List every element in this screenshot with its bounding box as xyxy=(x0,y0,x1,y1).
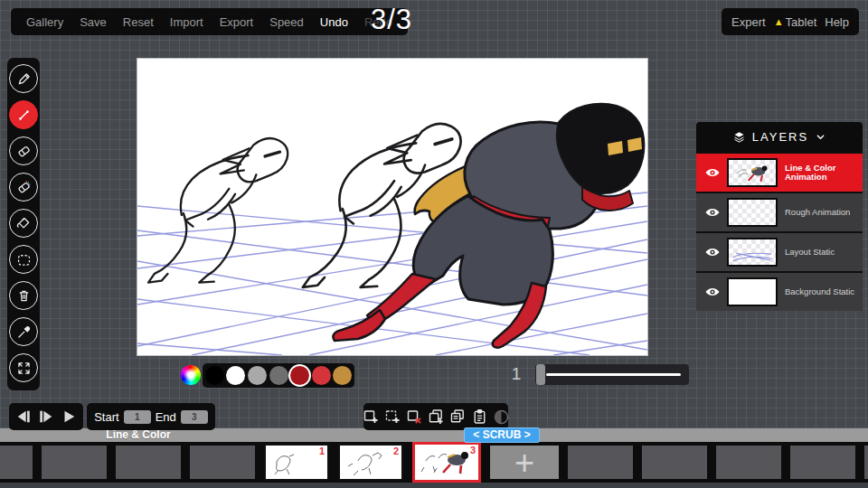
layers-title: LAYERS xyxy=(752,130,808,144)
start-frame-input[interactable]: 1 xyxy=(124,410,151,424)
visibility-eye-icon[interactable] xyxy=(704,164,721,181)
layer-row-rough[interactable]: Rough Animation xyxy=(696,192,863,231)
menu-import[interactable]: Import xyxy=(162,15,212,29)
empty-frame-cell xyxy=(0,446,33,479)
layer-thumb-art xyxy=(729,160,776,185)
select-tool[interactable] xyxy=(9,245,38,274)
layer-row-background[interactable]: Background Static xyxy=(696,271,863,311)
color-swatches xyxy=(203,363,354,388)
bottom-strip xyxy=(0,483,868,488)
visibility-eye-icon[interactable] xyxy=(704,284,721,300)
tablet-label: Tablet xyxy=(786,15,817,29)
visibility-eye-icon[interactable] xyxy=(704,244,721,260)
eyedropper-tool[interactable] xyxy=(9,317,38,346)
pencil-icon xyxy=(15,70,33,88)
previous-frame-button[interactable] xyxy=(14,408,33,425)
add-frame-cell[interactable]: + xyxy=(490,446,559,479)
select-icon xyxy=(15,251,33,268)
expand-tool[interactable] xyxy=(9,353,38,382)
layer-row-line-color[interactable]: Line & Color Animation xyxy=(696,152,863,192)
swatch-white[interactable] xyxy=(226,366,245,385)
empty-frame-cell xyxy=(642,446,707,479)
swatch-dark-red[interactable] xyxy=(290,366,309,385)
duplicate-frame-icon xyxy=(427,408,446,427)
tool-palette xyxy=(7,58,40,390)
slider-thumb[interactable] xyxy=(536,364,545,385)
pencil-tool[interactable] xyxy=(9,64,38,93)
frame-2-art xyxy=(340,446,401,479)
animation-app: Gallery Save Reset Import Export Speed U… xyxy=(0,0,868,488)
trash-icon xyxy=(15,287,33,305)
menu-gallery[interactable]: Gallery xyxy=(18,15,71,29)
frame-thumbnail-1[interactable]: 1 xyxy=(264,444,329,481)
swatch-gold[interactable] xyxy=(333,366,352,385)
swatch-dark-gray[interactable] xyxy=(269,366,288,385)
copy-frame-button[interactable] xyxy=(448,408,468,427)
menu-expert[interactable]: Expert xyxy=(731,15,766,29)
empty-frame-cell xyxy=(790,446,855,479)
menu-reset[interactable]: Reset xyxy=(115,15,162,29)
playback-controls xyxy=(9,403,83,430)
frame-number: 3 xyxy=(470,445,476,455)
layer-thumbnail xyxy=(727,198,778,227)
menu-help[interactable]: Help xyxy=(825,15,849,29)
fill-bucket-tool[interactable] xyxy=(9,209,38,238)
eraser-tool[interactable] xyxy=(9,136,38,165)
chevron-down-icon xyxy=(815,131,826,143)
swatch-red[interactable] xyxy=(312,366,331,385)
frame-3-art xyxy=(415,445,478,480)
onion-skin-button[interactable] xyxy=(491,408,512,427)
slider-track-line xyxy=(546,373,681,376)
expand-icon xyxy=(15,360,33,377)
menu-tablet[interactable]: ▲ Tablet xyxy=(774,15,817,29)
eraser-color-icon xyxy=(15,179,33,196)
layers-panel: LAYERS Line & Color Animation Rough Anim… xyxy=(696,122,863,311)
duplicate-frame-button[interactable] xyxy=(426,408,447,427)
menu-export[interactable]: Export xyxy=(212,15,262,29)
add-frame-special-button[interactable] xyxy=(382,408,403,427)
delete-tool[interactable] xyxy=(9,281,38,310)
paste-frame-icon xyxy=(470,408,489,427)
add-frame-button[interactable] xyxy=(361,408,382,427)
delete-frame-button[interactable] xyxy=(404,408,425,427)
frame-thumbnail-2[interactable]: 2 xyxy=(338,444,403,481)
visibility-eye-icon[interactable] xyxy=(704,204,721,221)
line-tool[interactable] xyxy=(9,100,38,129)
empty-frame-cell xyxy=(42,446,107,479)
warning-icon: ▲ xyxy=(774,17,784,27)
swatch-gray[interactable] xyxy=(248,366,267,385)
frame-counter: 3/3 xyxy=(371,4,412,36)
brush-size-value: 1 xyxy=(506,364,526,384)
layer-thumb-layout xyxy=(729,239,776,265)
frame-number: 1 xyxy=(319,446,325,456)
layers-header[interactable]: LAYERS xyxy=(696,122,863,152)
frame-thumbnail-3[interactable]: 3 xyxy=(412,442,481,483)
empty-frame-cell xyxy=(864,446,868,479)
end-frame-input[interactable]: 3 xyxy=(181,410,208,424)
layer-name: Rough Animation xyxy=(785,208,850,217)
layer-row-layout[interactable]: Layout Static xyxy=(696,231,863,271)
color-wheel-button[interactable] xyxy=(181,365,201,385)
topright-bar: Expert ▲ Tablet Help xyxy=(722,8,859,35)
eraser-color-tool[interactable] xyxy=(9,173,38,202)
previous-frame-icon xyxy=(14,408,33,425)
play-button[interactable] xyxy=(60,408,78,425)
menu-speed[interactable]: Speed xyxy=(261,15,312,29)
empty-frame-cell xyxy=(190,446,255,479)
brush-size-slider[interactable] xyxy=(535,364,689,385)
onion-skin-icon xyxy=(492,408,511,427)
menu-undo[interactable]: Undo xyxy=(312,15,356,29)
menu-save[interactable]: Save xyxy=(71,15,115,29)
canvas-artwork xyxy=(137,59,647,355)
drawing-canvas[interactable] xyxy=(137,59,647,355)
scrub-handle[interactable]: < SCRUB > xyxy=(464,427,540,443)
frame-range-controls: Start 1 End 3 xyxy=(87,403,215,430)
copy-frame-icon xyxy=(448,408,467,427)
filmstrip: 1 2 3 + xyxy=(0,442,868,483)
start-label: Start xyxy=(94,410,118,424)
next-frame-button[interactable] xyxy=(37,408,55,425)
paste-frame-button[interactable] xyxy=(469,408,490,427)
end-label: End xyxy=(156,410,176,424)
play-icon xyxy=(60,408,78,425)
swatch-black[interactable] xyxy=(205,366,224,385)
